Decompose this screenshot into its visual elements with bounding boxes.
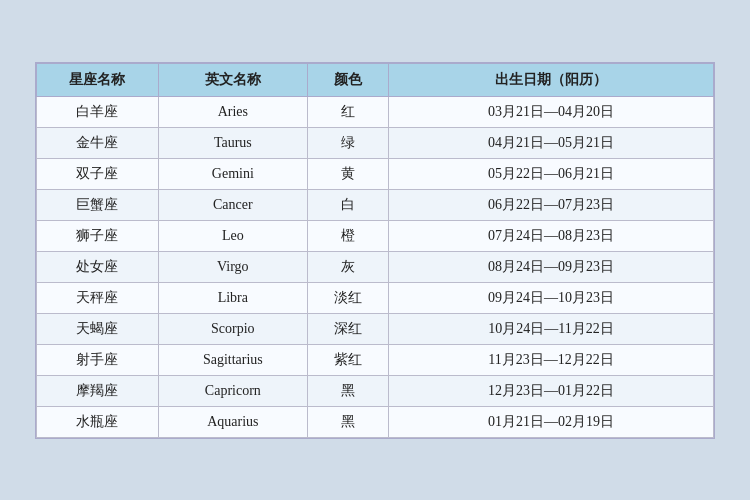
cell-date: 07月24日—08月23日 — [389, 220, 714, 251]
cell-color: 紫红 — [307, 344, 388, 375]
table-row: 天蝎座Scorpio深红10月24日—11月22日 — [37, 313, 714, 344]
header-zh: 星座名称 — [37, 63, 159, 96]
cell-color: 橙 — [307, 220, 388, 251]
cell-en: Virgo — [158, 251, 307, 282]
cell-zh: 白羊座 — [37, 96, 159, 127]
table-row: 巨蟹座Cancer白06月22日—07月23日 — [37, 189, 714, 220]
cell-date: 11月23日—12月22日 — [389, 344, 714, 375]
cell-zh: 射手座 — [37, 344, 159, 375]
cell-color: 红 — [307, 96, 388, 127]
cell-zh: 水瓶座 — [37, 406, 159, 437]
header-color: 颜色 — [307, 63, 388, 96]
cell-date: 05月22日—06月21日 — [389, 158, 714, 189]
cell-color: 白 — [307, 189, 388, 220]
cell-color: 黑 — [307, 375, 388, 406]
table-row: 双子座Gemini黄05月22日—06月21日 — [37, 158, 714, 189]
table-row: 白羊座Aries红03月21日—04月20日 — [37, 96, 714, 127]
cell-zh: 狮子座 — [37, 220, 159, 251]
cell-zh: 双子座 — [37, 158, 159, 189]
cell-date: 06月22日—07月23日 — [389, 189, 714, 220]
cell-color: 灰 — [307, 251, 388, 282]
cell-en: Sagittarius — [158, 344, 307, 375]
cell-date: 09月24日—10月23日 — [389, 282, 714, 313]
cell-en: Aquarius — [158, 406, 307, 437]
cell-color: 黑 — [307, 406, 388, 437]
zodiac-table: 星座名称 英文名称 颜色 出生日期（阳历） 白羊座Aries红03月21日—04… — [36, 63, 714, 438]
table-row: 狮子座Leo橙07月24日—08月23日 — [37, 220, 714, 251]
cell-zh: 处女座 — [37, 251, 159, 282]
cell-en: Leo — [158, 220, 307, 251]
cell-date: 08月24日—09月23日 — [389, 251, 714, 282]
header-en: 英文名称 — [158, 63, 307, 96]
cell-date: 03月21日—04月20日 — [389, 96, 714, 127]
cell-color: 淡红 — [307, 282, 388, 313]
cell-zh: 摩羯座 — [37, 375, 159, 406]
cell-en: Gemini — [158, 158, 307, 189]
cell-en: Taurus — [158, 127, 307, 158]
cell-en: Cancer — [158, 189, 307, 220]
cell-en: Capricorn — [158, 375, 307, 406]
cell-color: 绿 — [307, 127, 388, 158]
cell-zh: 巨蟹座 — [37, 189, 159, 220]
table-row: 摩羯座Capricorn黑12月23日—01月22日 — [37, 375, 714, 406]
cell-color: 深红 — [307, 313, 388, 344]
table-header-row: 星座名称 英文名称 颜色 出生日期（阳历） — [37, 63, 714, 96]
cell-en: Scorpio — [158, 313, 307, 344]
cell-zh: 天蝎座 — [37, 313, 159, 344]
table-row: 水瓶座Aquarius黑01月21日—02月19日 — [37, 406, 714, 437]
cell-date: 01月21日—02月19日 — [389, 406, 714, 437]
cell-date: 10月24日—11月22日 — [389, 313, 714, 344]
table-row: 射手座Sagittarius紫红11月23日—12月22日 — [37, 344, 714, 375]
cell-date: 12月23日—01月22日 — [389, 375, 714, 406]
cell-en: Libra — [158, 282, 307, 313]
cell-en: Aries — [158, 96, 307, 127]
cell-zh: 金牛座 — [37, 127, 159, 158]
table-row: 金牛座Taurus绿04月21日—05月21日 — [37, 127, 714, 158]
header-date: 出生日期（阳历） — [389, 63, 714, 96]
table-row: 处女座Virgo灰08月24日—09月23日 — [37, 251, 714, 282]
cell-date: 04月21日—05月21日 — [389, 127, 714, 158]
cell-zh: 天秤座 — [37, 282, 159, 313]
table-row: 天秤座Libra淡红09月24日—10月23日 — [37, 282, 714, 313]
cell-color: 黄 — [307, 158, 388, 189]
zodiac-table-wrapper: 星座名称 英文名称 颜色 出生日期（阳历） 白羊座Aries红03月21日—04… — [35, 62, 715, 439]
